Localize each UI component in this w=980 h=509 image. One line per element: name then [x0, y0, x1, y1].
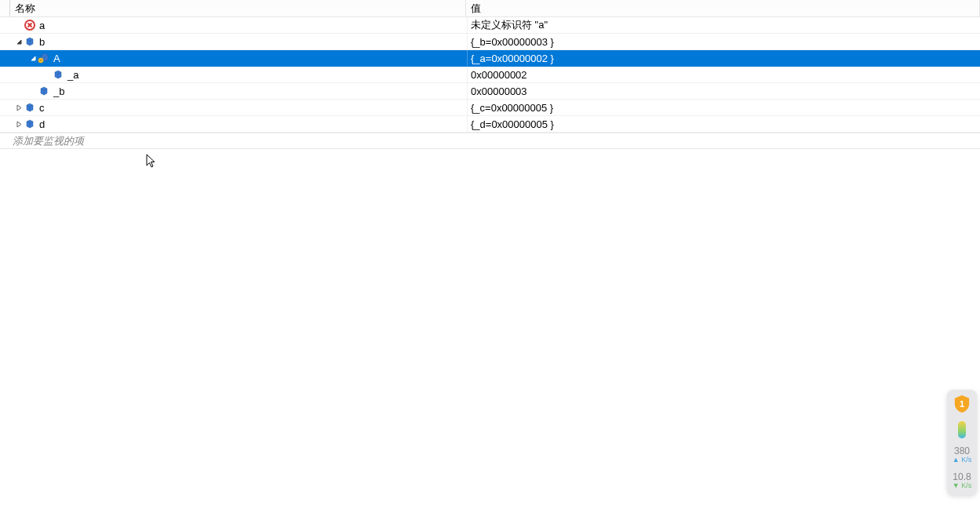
object-icon [24, 118, 36, 130]
error-icon [24, 19, 36, 31]
object-icon [52, 68, 64, 81]
column-header-value[interactable]: 值 [466, 0, 980, 16]
watch-value[interactable]: {_d=0x00000005 } [471, 118, 554, 130]
watch-row-bb[interactable]: _b0x00000003 [0, 83, 980, 100]
expander-placeholder [28, 86, 38, 96]
watch-row-c[interactable]: c{_c=0x00000005 } [0, 100, 980, 116]
shield-icon: 1 [953, 394, 971, 413]
download-stat: 10.8 ▼ K/s [953, 472, 971, 490]
watch-name[interactable]: _b [53, 85, 64, 97]
watch-name[interactable]: c [39, 102, 45, 114]
collapse-icon[interactable] [14, 37, 24, 46]
column-headers: 名称 值 [0, 0, 980, 17]
watch-row-b[interactable]: b{_b=0x00000003 } [0, 34, 980, 50]
watch-value[interactable]: 未定义标识符 "a" [471, 18, 548, 32]
watch-name[interactable]: A [53, 53, 60, 64]
watch-value[interactable]: {_a=0x00000002 } [471, 53, 554, 64]
watch-row-a[interactable]: a未定义标识符 "a" [0, 17, 980, 34]
object-icon [24, 35, 36, 48]
watch-value[interactable]: 0x00000002 [471, 69, 527, 81]
expander-placeholder [42, 70, 52, 79]
watch-row-ba[interactable]: _a0x00000002 [0, 67, 980, 83]
object-icon [38, 85, 50, 97]
watch-row-d[interactable]: d{_d=0x00000005 } [0, 116, 980, 133]
watch-window: 名称 值 a未定义标识符 "a"b{_b=0x00000003 }A{_a=0x… [0, 0, 980, 509]
column-header-name[interactable]: 名称 [9, 0, 466, 16]
collapse-icon[interactable] [28, 53, 38, 63]
upload-stat: 380 ▲ K/s [953, 446, 971, 464]
add-watch-row[interactable]: 添加要监视的项 [0, 133, 980, 149]
watch-row-bA[interactable]: A{_a=0x00000002 } [0, 50, 980, 67]
signal-pill-icon [958, 421, 966, 438]
expand-icon[interactable] [14, 103, 24, 112]
mouse-cursor-icon [146, 154, 157, 169]
object-icon [24, 101, 36, 114]
watch-rows: a未定义标识符 "a"b{_b=0x00000003 }A{_a=0x00000… [0, 17, 980, 133]
watch-name[interactable]: _a [67, 69, 78, 81]
watch-name[interactable]: b [39, 36, 45, 48]
object-gear-icon [38, 52, 50, 64]
watch-value[interactable]: {_c=0x00000005 } [471, 102, 553, 114]
watch-name[interactable]: d [39, 118, 45, 130]
expander-placeholder [14, 20, 24, 30]
expand-icon[interactable] [14, 119, 24, 129]
network-widget[interactable]: 1 380 ▲ K/s 10.8 ▼ K/s [947, 390, 977, 495]
svg-text:1: 1 [960, 399, 964, 409]
watch-value[interactable]: 0x00000003 [471, 85, 527, 97]
watch-name[interactable]: a [39, 20, 45, 31]
watch-value[interactable]: {_b=0x00000003 } [471, 36, 554, 48]
